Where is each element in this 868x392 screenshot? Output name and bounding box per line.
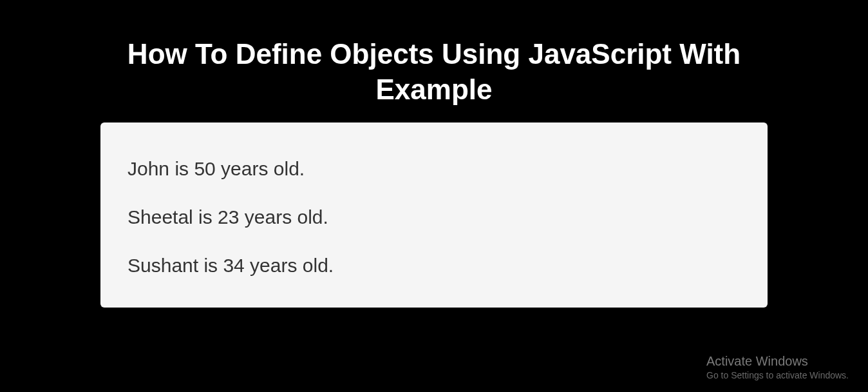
output-line: Sushant is 34 years old. — [127, 253, 741, 278]
output-card: John is 50 years old. Sheetal is 23 year… — [100, 122, 768, 308]
watermark-title: Activate Windows — [706, 354, 849, 369]
page-title: How To Define Objects Using JavaScript W… — [112, 0, 756, 107]
output-line: John is 50 years old. — [127, 156, 741, 181]
output-line: Sheetal is 23 years old. — [127, 204, 741, 230]
activate-windows-watermark: Activate Windows Go to Settings to activ… — [706, 354, 849, 380]
watermark-subtitle: Go to Settings to activate Windows. — [706, 370, 849, 380]
